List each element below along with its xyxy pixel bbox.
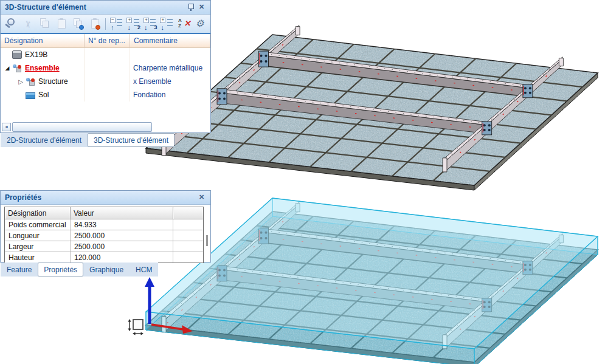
expander-icon[interactable]	[2, 65, 12, 71]
tree-cell-designation: EX19B	[1, 48, 85, 61]
prop-header-empty	[173, 207, 203, 219]
property-row[interactable]: Poids commercial 84.933	[5, 219, 203, 230]
expand-level-3-icon[interactable]: 3	[142, 16, 158, 31]
properties-body: Désignation Valeur Poids commercial 84.9…	[1, 205, 210, 263]
tree-item-label: Structure	[38, 77, 68, 86]
property-extra	[173, 219, 203, 230]
structure-tab[interactable]: 3D-Structure d'élément	[88, 133, 175, 147]
properties-column-headers: Désignation Valeur	[5, 207, 203, 219]
tree-cell-rep	[85, 88, 130, 101]
property-value: 2500.000	[71, 230, 173, 241]
tree-cell-rep	[85, 61, 130, 75]
tree-cell-comment: Charpente métallique	[130, 61, 210, 75]
structure-tab[interactable]: 2D-Structure d'élément	[1, 133, 88, 147]
assembly-top-view[interactable]	[146, 26, 598, 190]
tree-cell-designation: Sol	[1, 88, 85, 101]
scroll-left-arrow-icon[interactable]	[2, 123, 11, 131]
tree-cell-designation: Ensemble	[1, 61, 85, 75]
copy-icon[interactable]	[36, 16, 52, 31]
property-name: Poids commercial	[5, 219, 71, 230]
clear-sort-icon[interactable]: AZ	[176, 16, 192, 31]
properties-panel: Propriétés Désignation Valeur Poids comm…	[0, 190, 211, 263]
settings-gear-icon[interactable]	[192, 16, 208, 31]
tree-cell-rep	[85, 75, 130, 88]
tree-row[interactable]: EX19B	[1, 48, 210, 61]
scrollbar-thumb[interactable]	[206, 235, 208, 246]
property-value: 84.933	[71, 219, 173, 230]
properties-rows: Poids commercial 84.933 Longueur 2500.00…	[5, 219, 203, 263]
tree-body: EX19B Ensemble Charpente métallique	[1, 48, 210, 115]
structure-panel-titlebar: 3D-Structure d'élément	[1, 1, 210, 15]
property-name: Longueur	[5, 230, 71, 241]
tree-row[interactable]: Sol Fondation	[1, 88, 210, 101]
scale-widget-icon	[128, 319, 144, 335]
close-icon[interactable]	[196, 193, 207, 202]
column-header-designation[interactable]: Désignation	[1, 34, 85, 47]
close-icon[interactable]	[196, 2, 207, 12]
cut-icon[interactable]	[20, 16, 36, 31]
tree-column-headers: Désignation N° de rep... Commentaire	[1, 34, 210, 48]
property-value: 120.000	[71, 252, 173, 263]
paste-icon[interactable]	[54, 16, 69, 31]
paste-contents-icon[interactable]	[87, 16, 103, 31]
property-row[interactable]: Longueur 2500.000	[5, 230, 203, 241]
prop-header-value[interactable]: Valeur	[71, 207, 173, 219]
properties-table: Désignation Valeur Poids commercial 84.9…	[4, 207, 204, 263]
scrollbar-thumb[interactable]	[12, 122, 152, 132]
tree-item-icon	[12, 50, 22, 59]
expand-all-icon[interactable]	[159, 16, 175, 31]
properties-tab[interactable]: HCM	[130, 263, 158, 276]
property-extra	[173, 241, 203, 252]
property-name: Largeur	[5, 241, 71, 252]
search-icon[interactable]	[3, 16, 19, 31]
properties-tab-strip: Feature Propriétés Graphique HCM	[1, 263, 158, 276]
tree-cell-comment: Fondation	[130, 88, 210, 101]
tree-cell-designation: Structure	[1, 75, 85, 88]
tree-row[interactable]: Structure x Ensemble	[1, 75, 210, 88]
tree-item-label: Sol	[38, 91, 49, 99]
assembly-bottom-view[interactable]	[146, 198, 598, 364]
vertical-scrollbar[interactable]	[206, 210, 209, 258]
properties-tab[interactable]: Propriétés	[38, 263, 83, 276]
properties-panel-title: Propriétés	[5, 193, 196, 202]
column-header-comment[interactable]: Commentaire	[130, 34, 210, 47]
toolbar-separator	[105, 18, 106, 30]
structure-tab-strip: 2D-Structure d'élément 3D-Structure d'él…	[1, 133, 175, 147]
expander-icon[interactable]	[16, 78, 26, 85]
property-row[interactable]: Largeur 2500.000	[5, 241, 203, 252]
structure-panel-title: 3D-Structure d'élément	[5, 3, 185, 12]
tree-item-label: EX19B	[25, 50, 47, 59]
copy-contents-icon[interactable]	[70, 16, 86, 31]
property-row[interactable]: Hauteur 120.000	[5, 252, 203, 263]
properties-tab[interactable]: Feature	[1, 263, 38, 276]
property-value: 2500.000	[71, 241, 173, 252]
property-extra	[173, 230, 203, 241]
horizontal-scrollbar[interactable]	[2, 122, 152, 131]
properties-panel-titlebar: Propriétés	[1, 191, 210, 205]
tree-cell-comment: x Ensemble	[130, 75, 210, 88]
tree-item-icon	[26, 78, 35, 86]
tree-item-icon	[26, 92, 35, 99]
tree-cell-comment	[130, 48, 210, 61]
prop-header-designation[interactable]: Désignation	[5, 207, 71, 219]
properties-tab[interactable]: Graphique	[83, 263, 130, 276]
column-header-rep[interactable]: N° de rep...	[85, 34, 130, 47]
tree-item-label: Ensemble	[25, 64, 60, 72]
tree-item-icon	[12, 64, 22, 72]
tree-row[interactable]: Ensemble Charpente métallique	[1, 61, 210, 75]
property-extra	[173, 252, 203, 263]
tree-cell-rep	[85, 48, 130, 61]
structure-panel: 3D-Structure d'élément 2 3 AZ Désignatio…	[0, 0, 211, 133]
structure-toolbar: 2 3 AZ	[1, 15, 210, 34]
expand-level-2-icon[interactable]: 2	[125, 16, 141, 31]
pin-icon[interactable]	[185, 2, 196, 12]
collapse-all-icon[interactable]	[109, 16, 125, 31]
property-name: Hauteur	[5, 252, 71, 263]
